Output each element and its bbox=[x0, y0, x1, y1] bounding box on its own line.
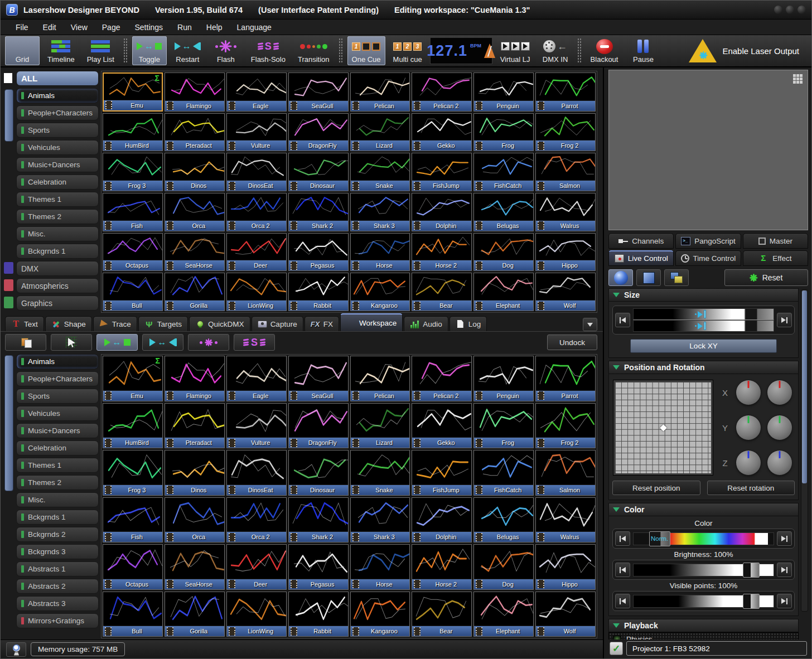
cue-cell-dinoseat[interactable]: DinosEat bbox=[226, 153, 287, 191]
cue-cell-frog-2[interactable]: Frog 2 bbox=[535, 403, 596, 449]
cue-cell-frog-2[interactable]: Frog 2 bbox=[535, 113, 596, 152]
cue-cell-salmon[interactable]: Salmon bbox=[535, 450, 596, 496]
tab-live-control[interactable]: Live Control bbox=[608, 250, 674, 266]
page-sports[interactable]: Sports bbox=[16, 123, 99, 138]
rotation-y-knob-2[interactable] bbox=[767, 415, 792, 440]
cue-cell-fishcatch[interactable]: FishCatch bbox=[473, 450, 534, 496]
cue-cell-pegasus[interactable]: Pegasus bbox=[288, 233, 349, 272]
cue-cell-eagle[interactable]: Eagle bbox=[226, 356, 287, 401]
cue-cell-salmon[interactable]: Salmon bbox=[535, 153, 596, 191]
cue-cell-kangaroo[interactable]: Kangaroo bbox=[350, 592, 410, 637]
menu-item-settings[interactable]: Settings bbox=[128, 21, 169, 33]
cue-cell-lionwing[interactable]: LionWing bbox=[226, 592, 287, 637]
cue-cell-hippo[interactable]: Hippo bbox=[535, 544, 596, 590]
tab-master[interactable]: Master bbox=[743, 233, 808, 249]
menu-item-file[interactable]: File bbox=[9, 21, 35, 33]
page-music-dancers[interactable]: Music+Dancers bbox=[16, 423, 99, 438]
tab-shape[interactable]: Shape bbox=[45, 316, 92, 331]
page-abstracts-3[interactable]: Abstracts 3 bbox=[16, 596, 99, 611]
menu-item-language[interactable]: Language bbox=[231, 21, 278, 33]
page-people-characters[interactable]: People+Characters bbox=[16, 371, 99, 386]
cue-cell-rabbit[interactable]: Rabbit bbox=[288, 592, 349, 637]
cue-cell-pelican-2[interactable]: Pelican 2 bbox=[412, 356, 472, 401]
cue-cell-pelican[interactable]: Pelican bbox=[350, 72, 410, 112]
minimize-button[interactable] bbox=[774, 6, 782, 14]
toggle-mode-button[interactable]: ↔ Toggle bbox=[132, 36, 167, 65]
cue-cell-seagull[interactable]: SeaGull bbox=[288, 72, 349, 112]
color-track[interactable]: Norm. bbox=[633, 532, 774, 545]
cue-cell-orca-2[interactable]: Orca 2 bbox=[226, 497, 287, 543]
restart-mode-button[interactable]: ↔ Restart bbox=[170, 36, 205, 65]
copy-cue-button[interactable] bbox=[5, 334, 46, 351]
cue-cell-shark-2[interactable]: Shark 2 bbox=[288, 193, 349, 231]
page-themes-2[interactable]: Themes 2 bbox=[16, 475, 99, 490]
cue-cell-bull[interactable]: Bull bbox=[103, 273, 163, 311]
page-abstracts-1[interactable]: Abstracts 1 bbox=[16, 561, 99, 576]
page-graphics[interactable]: Graphics bbox=[16, 295, 99, 311]
maximize-button[interactable] bbox=[786, 6, 794, 14]
bpm-display[interactable]: 127.1 BPM bbox=[430, 37, 492, 64]
restart-play-button[interactable]: ↔ bbox=[142, 334, 183, 351]
cue-cell-fishjump[interactable]: FishJump bbox=[412, 153, 472, 191]
tab-channels[interactable]: Channels bbox=[608, 233, 674, 249]
cue-cell-horse-2[interactable]: Horse 2 bbox=[412, 544, 472, 590]
physics-item[interactable]: Physics bbox=[608, 632, 799, 639]
brightness-handle[interactable] bbox=[743, 563, 760, 578]
brightness-max-button[interactable] bbox=[777, 563, 792, 577]
cue-cell-walrus[interactable]: Walrus bbox=[535, 193, 596, 231]
cue-cell-seagull[interactable]: SeaGull bbox=[288, 356, 349, 401]
scrollbar-thumb[interactable] bbox=[802, 290, 807, 483]
page-sports[interactable]: Sports bbox=[16, 389, 99, 404]
virtual-lj-button[interactable]: Virtual LJ bbox=[496, 36, 535, 65]
tab-quickdmx[interactable]: QuickDMX bbox=[189, 316, 250, 331]
cue-cell-fish[interactable]: Fish bbox=[103, 193, 163, 231]
cue-cell-fishjump[interactable]: FishJump bbox=[412, 450, 472, 496]
page-themes-1[interactable]: Themes 1 bbox=[16, 192, 99, 207]
page-mirrors-gratings[interactable]: Mirrors+Gratings bbox=[16, 613, 99, 628]
cue-cell-dragonfly[interactable]: DragonFly bbox=[288, 113, 349, 152]
cue-cell-elephant[interactable]: Elephant bbox=[473, 273, 534, 311]
size-y-track[interactable] bbox=[633, 320, 774, 332]
visible-min-button[interactable] bbox=[615, 594, 630, 608]
cue-cell-pteradact[interactable]: Pteradact bbox=[165, 113, 225, 152]
multi-cue-button[interactable]: 123 Multi cue bbox=[389, 36, 427, 65]
cue-cell-octapus[interactable]: Octapus bbox=[103, 544, 163, 590]
cue-cell-deer[interactable]: Deer bbox=[226, 544, 287, 590]
cue-cell-eagle[interactable]: Eagle bbox=[226, 72, 287, 112]
cue-cell-flamingo[interactable]: Flamingo bbox=[165, 72, 225, 112]
undock-button[interactable]: Undock bbox=[547, 335, 597, 350]
cue-cell-humbird[interactable]: HumBird bbox=[103, 113, 163, 152]
cue-cell-humbird[interactable]: HumBird bbox=[103, 403, 163, 449]
cue-cell-orca[interactable]: Orca bbox=[165, 193, 225, 231]
close-button[interactable] bbox=[798, 6, 806, 14]
cue-cell-emu[interactable]: ΣEmu bbox=[103, 356, 163, 401]
tab-pangoscript[interactable]: PangoScript bbox=[675, 233, 741, 249]
toggle-play-button[interactable]: ↔ bbox=[96, 334, 138, 351]
tab-audio[interactable]: Audio bbox=[404, 316, 448, 331]
cue-cell-penguin[interactable]: Penguin bbox=[473, 72, 534, 112]
reset-button[interactable]: Reset bbox=[724, 269, 808, 286]
cue-cell-dinos[interactable]: Dinos bbox=[165, 153, 225, 191]
flash-mode-button[interactable]: Flash bbox=[209, 36, 243, 65]
page-bckgrnds-1[interactable]: Bckgrnds 1 bbox=[16, 244, 99, 259]
cue-cell-orca[interactable]: Orca bbox=[165, 497, 225, 543]
cue-cell-belugas[interactable]: Belugas bbox=[473, 497, 534, 543]
cue-cell-emu[interactable]: ΣEmu bbox=[103, 72, 163, 112]
reset-position-button[interactable]: Reset position bbox=[612, 481, 700, 495]
brightness-min-button[interactable] bbox=[615, 563, 630, 577]
visible-max-button[interactable] bbox=[777, 594, 792, 608]
tab-fx[interactable]: FX bbox=[304, 316, 339, 331]
flash-solo-mode-button[interactable]: S Flash-Solo bbox=[246, 36, 290, 65]
transition-mode-button[interactable]: Transition bbox=[293, 36, 334, 65]
rotation-x-knob[interactable] bbox=[736, 380, 761, 405]
rotation-z-knob-2[interactable] bbox=[767, 450, 792, 475]
pages-scrollbar-thumb[interactable] bbox=[4, 355, 13, 491]
cue-cell-penguin[interactable]: Penguin bbox=[473, 356, 534, 401]
color-norm-handle[interactable]: Norm. bbox=[649, 531, 670, 546]
cue-cell-gekko[interactable]: Gekko bbox=[412, 403, 472, 449]
page-bckgrnds-2[interactable]: Bckgrnds 2 bbox=[16, 527, 99, 542]
page-celebration[interactable]: Celebration bbox=[16, 175, 99, 190]
tab-overflow-dropdown[interactable] bbox=[583, 318, 597, 331]
page-vehicules[interactable]: Vehicules bbox=[16, 140, 99, 155]
cue-cell-gekko[interactable]: Gekko bbox=[412, 113, 472, 152]
